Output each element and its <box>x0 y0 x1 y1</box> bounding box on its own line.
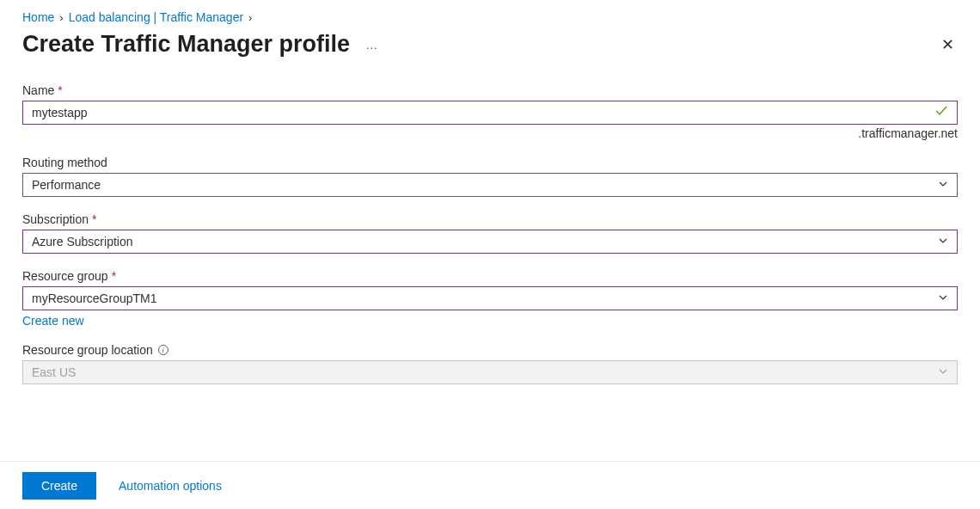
field-routing-method: Routing method Performance <box>22 156 958 197</box>
required-asterisk-icon: * <box>112 269 116 283</box>
field-name: Name* .trafficmanager.net <box>22 83 958 140</box>
checkmark-icon <box>934 104 948 122</box>
name-input-wrapper <box>22 101 958 125</box>
name-input[interactable] <box>32 106 929 120</box>
resource-group-select[interactable]: myResourceGroupTM1 <box>22 286 958 310</box>
chevron-right-icon: › <box>59 11 63 24</box>
name-suffix: .trafficmanager.net <box>22 126 958 140</box>
routing-method-label: Routing method <box>22 156 958 169</box>
field-subscription: Subscription* Azure Subscription <box>22 212 958 254</box>
subscription-select[interactable]: Azure Subscription <box>22 230 958 254</box>
name-label: Name* <box>22 83 958 97</box>
page-title: Create Traffic Manager profile <box>22 31 350 58</box>
required-asterisk-icon: * <box>58 83 62 97</box>
footer: Create Automation options <box>0 461 980 509</box>
field-rg-location: Resource group location i East US <box>22 343 958 384</box>
resource-group-label: Resource group* <box>22 269 958 283</box>
routing-method-select[interactable]: Performance <box>22 173 958 197</box>
breadcrumb-home[interactable]: Home <box>22 10 54 24</box>
more-actions-icon[interactable]: … <box>365 38 379 52</box>
info-icon[interactable]: i <box>158 345 168 355</box>
routing-method-value: Performance <box>32 178 101 192</box>
create-new-resource-group-link[interactable]: Create new <box>22 314 84 328</box>
resource-group-value: myResourceGroupTM1 <box>32 291 157 305</box>
rg-location-select: East US <box>22 360 958 384</box>
chevron-right-icon: › <box>248 11 252 24</box>
chevron-down-icon <box>938 178 948 192</box>
rg-location-value: East US <box>32 365 76 379</box>
chevron-down-icon <box>938 365 948 379</box>
close-icon[interactable]: ✕ <box>938 34 958 56</box>
subscription-value: Azure Subscription <box>32 235 133 248</box>
title-row: Create Traffic Manager profile … ✕ <box>22 31 958 58</box>
chevron-down-icon <box>938 291 948 305</box>
chevron-down-icon <box>938 235 948 248</box>
field-resource-group: Resource group* myResourceGroupTM1 Creat… <box>22 269 958 328</box>
required-asterisk-icon: * <box>92 212 96 226</box>
subscription-label: Subscription* <box>22 212 958 226</box>
rg-location-label: Resource group location i <box>22 343 958 357</box>
create-button[interactable]: Create <box>22 472 96 500</box>
breadcrumb: Home › Load balancing | Traffic Manager … <box>22 10 958 24</box>
breadcrumb-load-balancing[interactable]: Load balancing | Traffic Manager <box>69 10 243 24</box>
automation-options-link[interactable]: Automation options <box>119 479 222 493</box>
